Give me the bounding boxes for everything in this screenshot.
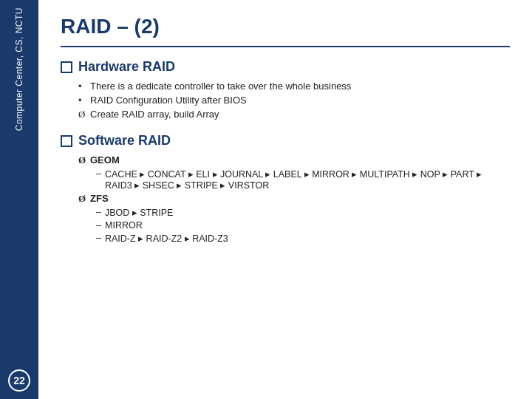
- hardware-raid-section: Hardware RAID There is a dedicate contro…: [61, 59, 510, 123]
- hardware-raid-checkbox-icon: [61, 61, 72, 73]
- hardware-raid-bullet-1: There is a dedicate controller to take o…: [78, 81, 510, 92]
- main-content: RAID – (2) Hardware RAID There is a dedi…: [38, 0, 532, 399]
- software-raid-title: Software RAID: [78, 133, 171, 149]
- software-raid-header: Software RAID: [61, 133, 510, 149]
- zfs-dash-2: MIRROR: [61, 220, 510, 231]
- zfs-label: ZFS: [61, 193, 510, 204]
- title-divider: [61, 46, 510, 47]
- hardware-raid-title: Hardware RAID: [78, 59, 175, 75]
- geom-label-text: GEOM: [90, 154, 120, 166]
- zfs-dash-3: RAID-Z ▸ RAID-Z2 ▸ RAID-Z3: [61, 233, 510, 244]
- page-title: RAID – (2): [61, 15, 510, 38]
- sidebar-page-number: 22: [8, 369, 30, 392]
- software-raid-section: Software RAID GEOM CACHE ▸ CONCAT ▸ ELI …: [61, 133, 510, 246]
- zfs-label-text: ZFS: [90, 193, 109, 204]
- geom-dash-1: CACHE ▸ CONCAT ▸ ELI ▸ JOURNAL ▸ LABEL ▸…: [61, 168, 510, 191]
- zfs-dash-1: JBOD ▸ STRIPE: [61, 207, 510, 218]
- sidebar-university-text: Computer Center, CS, NCTU: [13, 7, 26, 131]
- geom-label: GEOM: [61, 154, 510, 166]
- hardware-raid-bullet-2: RAID Configuration Utility after BIOS: [78, 95, 510, 106]
- sidebar: Computer Center, CS, NCTU 22: [0, 0, 38, 399]
- hardware-raid-header: Hardware RAID: [61, 59, 510, 75]
- software-raid-checkbox-icon: [61, 135, 72, 147]
- hardware-raid-arrow-1: Create RAID array, build Array: [61, 109, 510, 120]
- hardware-raid-bullet-list: There is a dedicate controller to take o…: [61, 81, 510, 106]
